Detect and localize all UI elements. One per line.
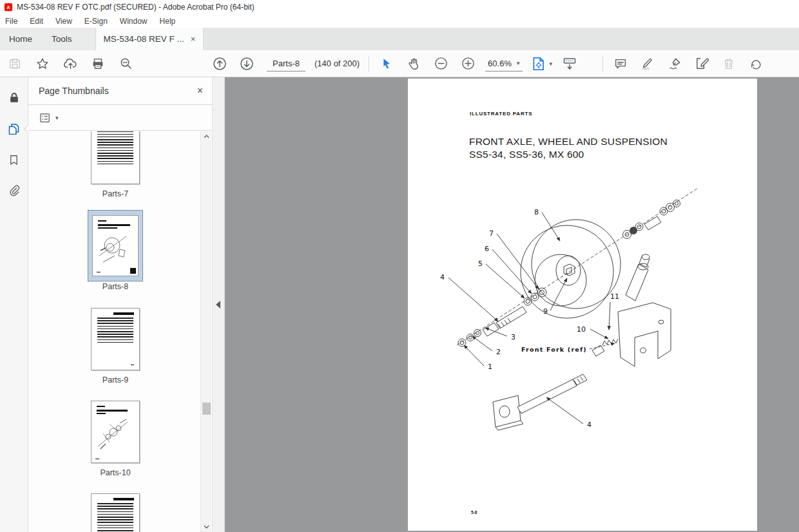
content-area: Page Thumbnails × ▾ Parts-7 (0, 77, 799, 532)
comment-bubble-icon (613, 57, 628, 71)
fill-sign-button[interactable] (665, 54, 684, 73)
edit-page-icon (695, 56, 709, 71)
scroll-page-icon (562, 56, 577, 71)
scroll-up-arrow[interactable] (201, 131, 212, 142)
window-title: MS-534-08 REV F OTC.pdf (SECURED) - Adob… (17, 3, 255, 12)
edit-pdf-button[interactable] (692, 54, 711, 73)
menu-file[interactable]: File (5, 17, 17, 26)
diagram-callouts: 87654910113214Front Fork (ref) (440, 208, 619, 429)
panel-title: Page Thumbnails (39, 86, 109, 96)
menu-window[interactable]: Window (120, 17, 148, 26)
diagram-callout-4: 4 (440, 273, 445, 281)
tab-bar-empty-area (204, 28, 799, 50)
rotate-view-button[interactable] (746, 54, 765, 73)
favorite-button[interactable] (33, 54, 52, 73)
next-page-button[interactable] (237, 54, 256, 73)
document-view[interactable]: ILLUSTRATED PARTS FRONT AXLE, WHEEL AND … (225, 77, 799, 532)
diagram-axle-bolt (493, 374, 587, 430)
menu-edit[interactable]: Edit (30, 17, 43, 26)
panel-close-icon[interactable]: × (197, 85, 203, 97)
bookmarks-panel-button[interactable] (6, 152, 22, 167)
callout-leader-line (472, 336, 492, 351)
security-settings-button[interactable] (6, 90, 22, 106)
page-thumbnails-panel: Page Thumbnails × ▾ Parts-7 (28, 77, 213, 532)
thumbnail-list: Parts-7 (28, 131, 200, 532)
diagram-fork-bracket (618, 303, 671, 366)
cloud-upload-icon (63, 56, 78, 71)
page-thumbnails-panel-button[interactable] (6, 121, 22, 137)
rotate-icon (749, 57, 763, 71)
diagram-callout-8: 8 (534, 208, 539, 216)
thumbnail-options-icon[interactable] (39, 111, 52, 124)
thumbnail-parts-8-selected[interactable] (88, 210, 143, 281)
collapse-panel-icon[interactable] (216, 301, 220, 309)
tab-bar: Home Tools MS-534-08 REV F ... × (0, 28, 799, 50)
menu-help[interactable]: Help (160, 17, 176, 26)
diagram-callout-6: 6 (485, 245, 489, 253)
diagram-callout-9: 9 (543, 307, 548, 316)
zoom-in-button[interactable] (458, 54, 477, 73)
scroll-down-arrow[interactable] (201, 522, 212, 532)
thumbnail-next[interactable] (91, 493, 140, 532)
highlight-button[interactable] (638, 54, 657, 73)
plus-circle-icon (461, 56, 476, 71)
page-thumbnails-icon (7, 122, 21, 136)
scrolling-mode-button[interactable] (560, 54, 579, 73)
delete-page-button[interactable] (719, 54, 738, 73)
share-button[interactable] (61, 54, 80, 73)
attachments-panel-button[interactable] (6, 183, 22, 198)
star-icon (35, 57, 50, 71)
menu-esign[interactable]: E-Sign (84, 17, 108, 26)
find-button[interactable] (116, 54, 135, 73)
thumbnail-parts-10[interactable] (91, 401, 140, 463)
scrollbar-thumb[interactable] (202, 403, 211, 415)
previous-page-button[interactable] (210, 54, 229, 73)
thumbnail-label[interactable]: Parts-10 (77, 468, 154, 477)
fit-page-dropdown[interactable]: ▾ (530, 55, 553, 72)
tab-document-label: MS-534-08 REV F ... (104, 34, 184, 44)
highlighter-icon (640, 57, 655, 71)
tab-home[interactable]: Home (9, 28, 32, 50)
callout-leader-line (590, 329, 608, 339)
thumb-footer (97, 272, 101, 273)
thumb-eyebrow (98, 220, 106, 222)
thumbnail-label[interactable]: Parts-9 (77, 375, 154, 385)
tab-close-icon[interactable]: × (191, 34, 196, 44)
fit-caret-icon: ▾ (550, 61, 553, 67)
page-title-line2: SS5-34, SS5-36, MX 600 (469, 148, 668, 161)
comment-button[interactable] (611, 54, 630, 73)
zoom-level-dropdown[interactable]: 60.6% ▾ (485, 56, 522, 71)
print-button[interactable] (88, 54, 108, 73)
select-arrow-icon (380, 57, 394, 71)
exploded-parts-diagram: 87654910113214Front Fork (ref) (434, 175, 730, 497)
thumbnail-label[interactable]: Parts-7 (77, 189, 154, 198)
thumbnail-scrollbar[interactable] (200, 131, 211, 532)
hand-tool-button[interactable] (404, 54, 423, 73)
search-icon (119, 56, 133, 71)
callout-leader-line (464, 345, 484, 366)
zoom-out-button[interactable] (431, 54, 450, 73)
diagram-callout-7: 7 (489, 229, 494, 238)
thumb-diagram (95, 231, 131, 267)
fit-one-page-icon (530, 55, 547, 72)
diagram-callout-4: 4 (587, 421, 592, 429)
panel-splitter[interactable] (213, 77, 225, 532)
trash-icon (722, 57, 736, 71)
thumbnail-parts-9[interactable] (91, 308, 140, 370)
paperclip-icon (8, 184, 21, 197)
page-title: FRONT AXLE, WHEEL AND SUSPENSION SS5-34,… (469, 135, 668, 161)
fountain-pen-icon (668, 56, 682, 71)
tab-tools[interactable]: Tools (52, 28, 72, 50)
options-caret-icon[interactable]: ▾ (55, 115, 59, 121)
menu-view[interactable]: View (55, 17, 72, 26)
thumbnail-parts-7[interactable] (91, 131, 140, 184)
page-count-label: (140 of 200) (313, 59, 361, 68)
page-number-input[interactable]: Parts-8 (267, 56, 305, 71)
tab-document[interactable]: MS-534-08 REV F ... × (95, 28, 204, 50)
thumbnail-label[interactable]: Parts-8 (77, 282, 154, 291)
panel-options-bar: ▾ (28, 105, 212, 131)
callout-leader-line (448, 278, 498, 321)
save-button[interactable] (5, 54, 24, 73)
select-tool-button[interactable] (377, 54, 396, 73)
diagram-axle-right (623, 200, 680, 239)
